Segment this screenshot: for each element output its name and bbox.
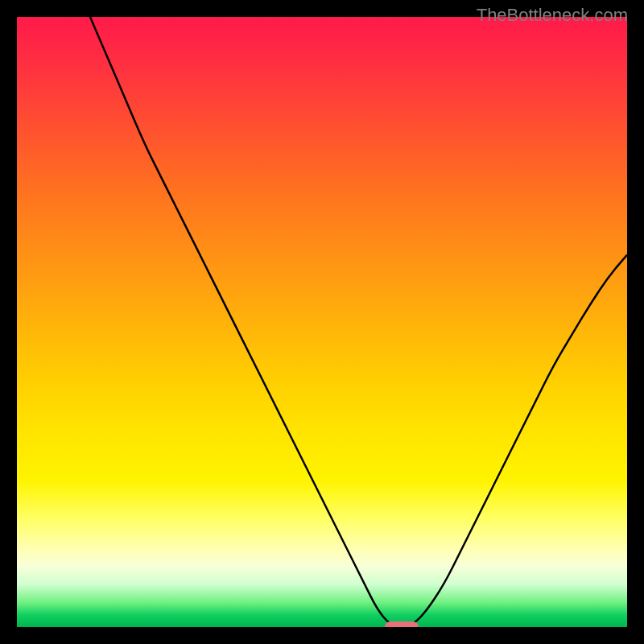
plot-area	[17, 17, 627, 627]
chart-container: TheBottleneck.com	[0, 0, 644, 644]
curve-line	[17, 17, 627, 627]
watermark-text: TheBottleneck.com	[477, 5, 628, 26]
bottleneck-marker	[385, 621, 419, 627]
